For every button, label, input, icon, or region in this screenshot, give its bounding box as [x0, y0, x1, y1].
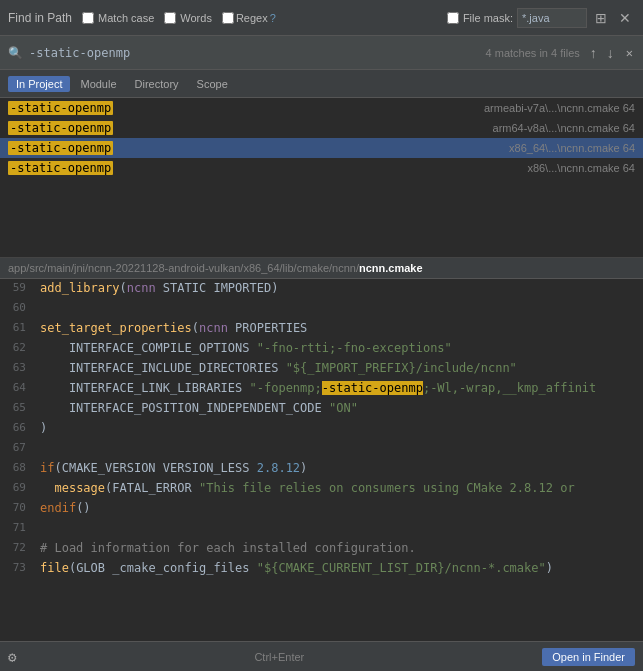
line-num-72: 72 [0, 539, 36, 554]
code-line-63: 63 INTERFACE_INCLUDE_DIRECTORIES "${_IMP… [0, 359, 643, 379]
open-in-finder-button[interactable]: Open in Finder [542, 648, 635, 666]
search-icon: 🔍 [8, 46, 23, 60]
regex-checkbox[interactable] [222, 12, 234, 24]
line-num-66: 66 [0, 419, 36, 434]
line-content-73: file(GLOB _cmake_config_files "${CMAKE_C… [36, 559, 643, 577]
code-line-66: 66 ) [0, 419, 643, 439]
result-match-0: -static-openmp [8, 101, 113, 115]
line-content-62: INTERFACE_COMPILE_OPTIONS "-fno-rtti;-fn… [36, 339, 643, 357]
filepath-prefix: app/src/main/jni/ncnn-20221128-android-v… [8, 262, 359, 274]
line-num-68: 68 [0, 459, 36, 474]
result-match-2: -static-openmp [8, 141, 113, 155]
filepath-filename: ncnn.cmake [359, 262, 423, 274]
regex-label: Regex [236, 12, 268, 24]
search-close-icon[interactable]: ✕ [624, 44, 635, 62]
line-num-60: 60 [0, 299, 36, 314]
code-area: 59 add_library(ncnn STATIC IMPORTED) 60 … [0, 279, 643, 609]
line-num-69: 69 [0, 479, 36, 494]
code-line-70: 70 endif() [0, 499, 643, 519]
tab-scope[interactable]: Scope [189, 76, 236, 92]
line-content-60 [36, 299, 643, 317]
line-content-69: message(FATAL_ERROR "This file relies on… [36, 479, 643, 497]
line-content-64: INTERFACE_LINK_LIBRARIES "-fopenmp;-stat… [36, 379, 643, 397]
result-path-3: x86\...\ncnn.cmake 64 [527, 162, 635, 174]
code-line-68: 68 if(CMAKE_VERSION VERSION_LESS 2.8.12) [0, 459, 643, 479]
line-num-64: 64 [0, 379, 36, 394]
file-mask-label: File mask: [463, 12, 513, 24]
line-content-72: # Load information for each installed co… [36, 539, 643, 557]
file-mask-checkbox[interactable] [447, 12, 459, 24]
next-result-button[interactable]: ↓ [603, 44, 618, 62]
line-content-63: INTERFACE_INCLUDE_DIRECTORIES "${_IMPORT… [36, 359, 643, 377]
line-num-62: 62 [0, 339, 36, 354]
code-line-65: 65 INTERFACE_POSITION_INDEPENDENT_CODE "… [0, 399, 643, 419]
line-num-59: 59 [0, 279, 36, 294]
results-area: -static-openmp armeabi-v7a\...\ncnn.cmak… [0, 98, 643, 258]
words-label: Words [180, 12, 212, 24]
close-toolbar-button[interactable]: ✕ [615, 9, 635, 27]
prev-result-button[interactable]: ↑ [586, 44, 601, 62]
result-path-1: arm64-v8a\...\ncnn.cmake 64 [493, 122, 635, 134]
words-option[interactable]: Words [164, 12, 212, 24]
tab-directory[interactable]: Directory [127, 76, 187, 92]
code-line-72: 72 # Load information for each installed… [0, 539, 643, 559]
line-content-65: INTERFACE_POSITION_INDEPENDENT_CODE "ON" [36, 399, 643, 417]
line-num-67: 67 [0, 439, 36, 454]
line-num-63: 63 [0, 359, 36, 374]
line-content-71 [36, 519, 643, 537]
file-mask-option[interactable]: File mask: [447, 12, 513, 24]
result-row-3[interactable]: -static-openmp x86\...\ncnn.cmake 64 [0, 158, 643, 178]
regex-help-icon[interactable]: ? [270, 12, 276, 24]
code-line-73: 73 file(GLOB _cmake_config_files "${CMAK… [0, 559, 643, 579]
scope-tabs: In Project Module Directory Scope [0, 70, 643, 98]
filter-button[interactable]: ⊞ [591, 9, 611, 27]
match-case-checkbox[interactable] [82, 12, 94, 24]
line-num-61: 61 [0, 319, 36, 334]
result-row-0[interactable]: -static-openmp armeabi-v7a\...\ncnn.cmak… [0, 98, 643, 118]
code-line-62: 62 INTERFACE_COMPILE_OPTIONS "-fno-rtti;… [0, 339, 643, 359]
bottom-bar: ⚙ Ctrl+Enter Open in Finder [0, 641, 643, 671]
line-content-68: if(CMAKE_VERSION VERSION_LESS 2.8.12) [36, 459, 643, 477]
code-line-61: 61 set_target_properties(ncnn PROPERTIES [0, 319, 643, 339]
words-checkbox[interactable] [164, 12, 176, 24]
match-case-option[interactable]: Match case [82, 12, 154, 24]
search-bar: 🔍 4 matches in 4 files ↑ ↓ ✕ [0, 36, 643, 70]
panel-title: Find in Path [8, 11, 72, 25]
code-line-59: 59 add_library(ncnn STATIC IMPORTED) [0, 279, 643, 299]
result-row-2[interactable]: -static-openmp x86_64\...\ncnn.cmake 64 [0, 138, 643, 158]
line-num-71: 71 [0, 519, 36, 534]
search-nav: ↑ ↓ [586, 44, 618, 62]
search-input[interactable] [29, 46, 480, 60]
line-content-61: set_target_properties(ncnn PROPERTIES [36, 319, 643, 337]
settings-icon[interactable]: ⚙ [8, 649, 16, 665]
line-content-70: endif() [36, 499, 643, 517]
line-num-73: 73 [0, 559, 36, 574]
code-line-64: 64 INTERFACE_LINK_LIBRARIES "-fopenmp;-s… [0, 379, 643, 399]
file-mask-input[interactable] [517, 8, 587, 28]
regex-option[interactable]: Regex ? [222, 12, 276, 24]
search-results-count: 4 matches in 4 files [486, 47, 580, 59]
code-line-67: 67 [0, 439, 643, 459]
result-path-0: armeabi-v7a\...\ncnn.cmake 64 [484, 102, 635, 114]
line-num-65: 65 [0, 399, 36, 414]
tab-in-project[interactable]: In Project [8, 76, 70, 92]
result-path-2: x86_64\...\ncnn.cmake 64 [509, 142, 635, 154]
code-line-69: 69 message(FATAL_ERROR "This file relies… [0, 479, 643, 499]
result-match-1: -static-openmp [8, 121, 113, 135]
result-row-1[interactable]: -static-openmp arm64-v8a\...\ncnn.cmake … [0, 118, 643, 138]
result-match-3: -static-openmp [8, 161, 113, 175]
toolbar: Find in Path Match case Words Regex ? Fi… [0, 0, 643, 36]
match-case-label: Match case [98, 12, 154, 24]
filepath-bar: app/src/main/jni/ncnn-20221128-android-v… [0, 258, 643, 279]
line-content-67 [36, 439, 643, 457]
line-content-59: add_library(ncnn STATIC IMPORTED) [36, 279, 643, 297]
tab-module[interactable]: Module [72, 76, 124, 92]
line-num-70: 70 [0, 499, 36, 514]
code-line-71: 71 [0, 519, 643, 539]
shortcut-hint: Ctrl+Enter [254, 651, 304, 663]
code-line-60: 60 [0, 299, 643, 319]
file-mask-group: File mask: ⊞ ✕ [447, 8, 635, 28]
line-content-66: ) [36, 419, 643, 437]
